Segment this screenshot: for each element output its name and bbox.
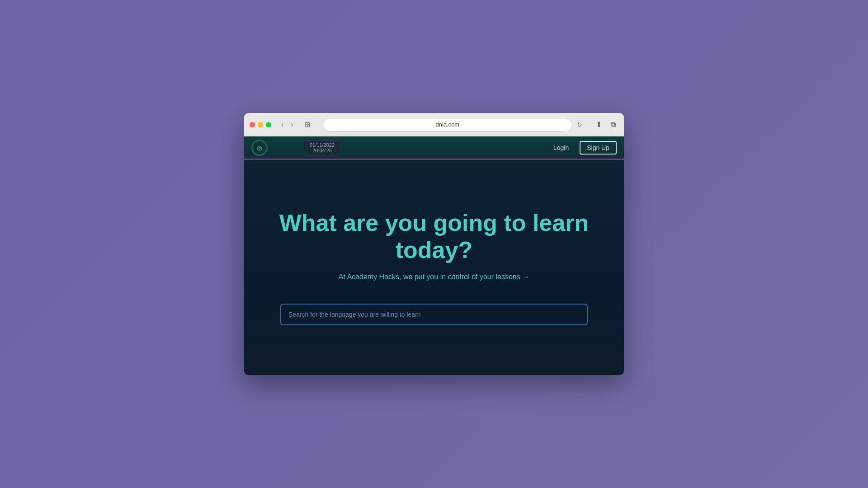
hero-section: What are you going to learn today? At Ac… (244, 160, 624, 375)
tabs-button[interactable]: ⧉ (608, 119, 618, 131)
maximize-button[interactable] (266, 122, 271, 127)
nav-buttons: ‹ › (278, 119, 296, 131)
minimize-button[interactable] (258, 122, 263, 127)
back-button[interactable]: ‹ (278, 119, 286, 131)
language-search-input[interactable] (280, 304, 588, 325)
close-button[interactable] (250, 122, 255, 127)
browser-actions: ⬆ ⧉ (593, 118, 618, 131)
url-text: dnia.com (435, 121, 459, 128)
logo-icon: ◎ (257, 144, 262, 151)
hero-title: What are you going to learn today? (271, 210, 597, 264)
datetime-badge: 01/11/2022 20:04:25 (304, 140, 340, 155)
address-bar[interactable]: dnia.com (323, 118, 572, 131)
logo-inner: ◎ (253, 141, 266, 154)
traffic-lights (250, 122, 271, 127)
browser-chrome: ‹ › ⊞ dnia.com ↻ ⬆ ⧉ (244, 113, 624, 136)
site-nav: ◎ 01/11/2022 20:04:25 Login Sign Up (244, 136, 624, 160)
search-container (280, 304, 588, 325)
site-logo: ◎ (251, 140, 268, 156)
refresh-button[interactable]: ↻ (575, 119, 584, 130)
address-bar-container: dnia.com ↻ (323, 118, 584, 131)
login-button[interactable]: Login (548, 141, 574, 154)
sidebar-toggle-button[interactable]: ⊞ (301, 118, 314, 131)
forward-button[interactable]: › (288, 119, 296, 131)
hero-subtitle: At Academy Hacks, we put you in control … (339, 273, 529, 281)
datetime-date: 01/11/2022 (310, 142, 335, 148)
browser-window: ‹ › ⊞ dnia.com ↻ ⬆ ⧉ ◎ 01/11/2022 2 (244, 113, 624, 375)
signup-button[interactable]: Sign Up (580, 141, 617, 155)
website-content: ◎ 01/11/2022 20:04:25 Login Sign Up What… (244, 136, 624, 375)
share-button[interactable]: ⬆ (593, 118, 604, 131)
nav-right: Login Sign Up (548, 141, 617, 155)
datetime-time: 20:04:25 (310, 148, 335, 153)
